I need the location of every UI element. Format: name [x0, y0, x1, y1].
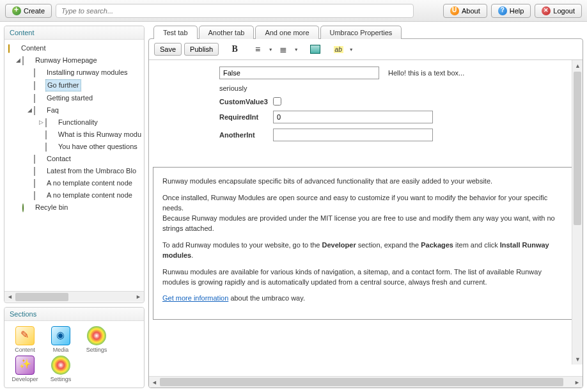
tree-label: Installing runway modules [45, 67, 129, 78]
chevron-down-icon[interactable]: ▼ [267, 47, 274, 52]
section-label: Developer [12, 376, 38, 382]
editor-vscrollbar[interactable]: ▲ ▼ [572, 60, 583, 365]
tree-toggle-icon[interactable]: ◢ [26, 105, 33, 116]
section-item-content[interactable]: Content [10, 326, 40, 353]
tree-item[interactable]: Contact [25, 153, 144, 164]
sections-panel-header: Sections [4, 308, 144, 321]
section-label: Settings [51, 376, 72, 382]
about-button[interactable]: About [443, 4, 487, 18]
customvalue3-label: CustomValue3 [219, 98, 270, 106]
about-label: About [462, 7, 480, 15]
section-label: Media [53, 347, 69, 353]
editor-hscrollbar[interactable]: ◄ ► [149, 376, 583, 388]
content-icon [15, 326, 35, 345]
logout-button[interactable]: Logout [535, 4, 582, 18]
section-label: Settings [86, 347, 107, 353]
editor-area: Save Publish B ▼ ▼ ab▼ Hello! this is a [148, 38, 583, 388]
document-icon [34, 106, 35, 115]
media-icon [51, 326, 70, 345]
numbered-list-icon[interactable] [276, 43, 290, 56]
tree-item[interactable]: ◢Faq [25, 105, 144, 116]
create-button[interactable]: Create [5, 4, 52, 18]
field1-input[interactable] [219, 67, 379, 79]
tab[interactable]: Umbraco Properties [320, 26, 402, 39]
tree-item[interactable]: Latest from the Umbraco Blo [25, 166, 144, 176]
tree-item[interactable]: ◢Runway Homepage [13, 55, 144, 66]
document-icon [34, 179, 35, 188]
document-icon [45, 143, 47, 152]
tree-item[interactable]: A no template content node [25, 178, 144, 189]
rich-text-content[interactable]: Runway modules encapsulate specific bits… [153, 167, 579, 320]
settings-icon [51, 356, 70, 375]
tree-label: You have other questions [57, 141, 139, 152]
tree-label: What is this Runway modu [57, 129, 143, 140]
search-input[interactable] [56, 4, 414, 18]
image-icon[interactable] [308, 43, 322, 56]
rte-paragraph: Get more information about the umbraco w… [162, 294, 569, 304]
rte-paragraph: To add Runway modules to your website, g… [162, 240, 569, 261]
chevron-down-icon[interactable]: ▼ [348, 47, 354, 52]
section-item-developer[interactable]: Developer [10, 356, 40, 382]
logout-icon [542, 6, 551, 15]
tree-item[interactable]: You have other questions [36, 141, 144, 152]
tree-toggle-icon[interactable]: ◢ [15, 55, 21, 66]
section-item-settings[interactable]: Settings [81, 326, 112, 353]
top-toolbar: Create About Help Logout [0, 0, 587, 22]
tree-item[interactable]: ▷Functionality [36, 117, 144, 128]
more-info-link[interactable]: Get more information [162, 294, 228, 302]
help-label: Help [510, 7, 524, 15]
tree-label: Content [20, 43, 47, 54]
document-icon [34, 167, 35, 176]
tree-recycle-bin[interactable]: Recyle bin [13, 202, 144, 213]
field1-aside: Hello! this is a text box... [388, 69, 464, 77]
tab[interactable]: Another tab [199, 26, 254, 39]
tab[interactable]: And one more [255, 26, 318, 39]
tree-item[interactable]: A no template content node [25, 190, 144, 201]
folder-icon [8, 44, 10, 53]
tree-hscrollbar[interactable]: ◄ ► [4, 291, 144, 302]
sections-panel: Sections ContentMediaSettingsDeveloperSe… [4, 307, 145, 388]
tree-item[interactable]: Go further [25, 79, 144, 91]
save-button[interactable]: Save [154, 43, 182, 56]
chevron-down-icon[interactable]: ▼ [293, 47, 299, 52]
rte-paragraph: Once installed, Runway Modules are open … [162, 193, 569, 234]
tree-label: Functionality [57, 117, 99, 128]
tree-item[interactable]: Installing runway modules [25, 67, 144, 78]
tree-label: Contact [45, 153, 72, 164]
rte-paragraph: Runwau modules are available for various… [162, 267, 569, 288]
tab[interactable]: Test tab [153, 26, 198, 39]
highlight-icon[interactable]: ab [331, 43, 345, 56]
section-label: Content [15, 347, 35, 353]
bullet-list-icon[interactable] [251, 43, 265, 56]
tree-label: Getting started [45, 93, 94, 104]
logout-label: Logout [553, 7, 575, 15]
tree-item[interactable]: Getting started [25, 93, 144, 104]
section-item-media[interactable]: Media [45, 326, 76, 353]
requiredint-label: RequiredInt [219, 113, 270, 121]
anotherint-input[interactable] [273, 129, 433, 141]
help-button[interactable]: Help [491, 4, 531, 18]
document-icon [34, 191, 35, 200]
customvalue3-checkbox[interactable] [273, 97, 281, 106]
tree-toggle-icon[interactable]: ▷ [38, 117, 44, 128]
tree-label: A no template content node [45, 178, 134, 189]
requiredint-input[interactable] [273, 111, 433, 123]
help-icon [498, 6, 507, 15]
bold-icon[interactable]: B [228, 43, 242, 56]
seriously-text: seriously [219, 84, 247, 92]
editor-toolbar: Save Publish B ▼ ▼ ab▼ [149, 39, 583, 59]
tree-label: Go further [45, 79, 81, 91]
section-item-settings[interactable]: Settings [45, 356, 76, 382]
add-icon [12, 6, 21, 15]
property-form: Hello! this is a text box... seriously C… [219, 67, 570, 141]
publish-button[interactable]: Publish [184, 43, 219, 56]
document-icon [22, 56, 24, 65]
tree-label: Runway Homepage [34, 55, 98, 66]
rte-paragraph: Runway modules encapsulate specific bits… [162, 176, 569, 187]
search-box [56, 4, 414, 18]
tree-label: A no template content node [45, 190, 134, 201]
settings-icon [87, 326, 106, 345]
tree-root[interactable]: Content [7, 43, 144, 54]
tree-item[interactable]: What is this Runway modu [36, 129, 144, 140]
content-panel-header: Content [4, 26, 144, 40]
